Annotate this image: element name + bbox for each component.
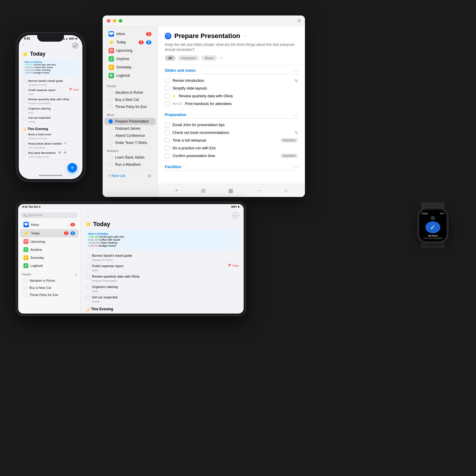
task-item[interactable]: Buy party decorations D E Throw Party fo… (22, 150, 79, 159)
task-row[interactable]: Revise introduction 📎 (165, 77, 298, 84)
task-sub: Run a Marathon (28, 146, 79, 149)
ipad-task[interactable]: Book a hotel room Vacation in Rome (85, 312, 239, 314)
fab-button[interactable]: + (68, 163, 77, 173)
task-checkbox[interactable] (22, 79, 26, 84)
task-item[interactable]: Borrow Sarah's travel guide Vacation in … (22, 78, 79, 87)
task-row[interactable]: Nov 13 Print handouts for attendees (165, 100, 298, 108)
filter-more[interactable]: ··· (219, 55, 223, 61)
task-checkbox[interactable] (85, 275, 90, 279)
more-icon[interactable]: ··· (85, 213, 89, 218)
sidebar-item-marathon[interactable]: Run a Marathon (104, 161, 156, 168)
sidebar-item-upcoming[interactable]: Upcoming (104, 46, 156, 55)
task-checkbox[interactable] (22, 116, 26, 120)
section-more[interactable]: ··· (294, 112, 298, 117)
maximize-button[interactable] (119, 19, 122, 23)
sidebar-item-logbook[interactable]: Logbook (104, 71, 156, 80)
more-button[interactable]: ··· (243, 33, 247, 39)
filter-all[interactable]: All (165, 55, 176, 61)
task-item[interactable]: Get car inspected Family (22, 115, 79, 124)
task-checkbox[interactable] (165, 154, 170, 158)
sidebar-item-conference[interactable]: Attend Conference (104, 132, 156, 139)
sidebar-item-party[interactable]: Throw Party for Eve (104, 103, 156, 110)
ipad-sidebar-newcar[interactable]: Buy a New Car (20, 284, 79, 291)
sidebar-item-someday[interactable]: Someday (104, 63, 156, 71)
task-checkbox[interactable] (165, 138, 170, 143)
back-button[interactable]: ‹ (23, 43, 24, 48)
family-section-header[interactable]: Family ∨ (18, 271, 80, 277)
new-list-button[interactable]: + New List ⚙ (104, 172, 156, 180)
task-checkbox[interactable] (165, 86, 170, 91)
task-item[interactable]: Finish expense report 🚩 today Work (22, 87, 79, 97)
task-item[interactable]: Book a hotel room Vacation in Rome (22, 132, 79, 141)
task-row[interactable]: Simplify slide layouts (165, 84, 298, 92)
ipad-sidebar-logbook[interactable]: Logbook (20, 262, 79, 270)
arrow-button[interactable]: → (256, 187, 262, 194)
task-checkbox[interactable] (22, 142, 26, 146)
task-row[interactable]: Do a practice run with Eric (165, 144, 298, 152)
ipad-sidebar-party[interactable]: Throw Party for Eve (20, 291, 79, 298)
copy-icon[interactable]: ⧉ (298, 18, 301, 23)
sidebar-item-italian[interactable]: Learn Basic Italian (104, 154, 156, 161)
sidebar-item-onboard[interactable]: Onboard James (104, 125, 156, 132)
cal-time: 7:00 AM (88, 235, 98, 238)
add-button[interactable]: + (175, 187, 178, 194)
sidebar-item-prepare[interactable]: Prepare Presentation (104, 118, 156, 125)
minimize-button[interactable] (113, 19, 116, 23)
task-checkbox[interactable] (85, 296, 90, 300)
ipad-sidebar-today[interactable]: ⭐ Today 1 8 (20, 229, 79, 237)
task-item[interactable]: Organize catering Work (22, 106, 79, 115)
task-checkbox[interactable] (165, 94, 170, 98)
logbook-icon (109, 73, 114, 78)
filter-diane[interactable]: Diane (201, 55, 217, 61)
task-checkbox[interactable] (85, 264, 90, 269)
ipad-task[interactable]: Borrow Sarah's travel guide Vacation in … (85, 253, 239, 263)
search-button[interactable]: ⌕ (284, 187, 288, 194)
ipad-task[interactable]: Organize catering Work (85, 284, 239, 294)
calendar-button[interactable]: ▦ (228, 187, 233, 194)
close-button[interactable] (107, 19, 110, 23)
add-checklist-button[interactable]: ⊞ (201, 187, 206, 194)
sidebar-item-anytime[interactable]: ☰ Anytime (104, 55, 156, 63)
task-checkbox[interactable] (165, 123, 170, 127)
sidebar-item-today[interactable]: ⭐ Today 1 8 (104, 38, 156, 46)
ipad-sidebar-vacation[interactable]: Vacation in Rome (20, 277, 79, 284)
task-checkbox[interactable] (22, 98, 26, 102)
section-more[interactable]: ··· (294, 68, 298, 73)
task-checkbox[interactable] (85, 254, 90, 259)
circle-check-button[interactable]: ✓ (232, 212, 239, 219)
task-row[interactable]: Email John for presentation tips (165, 121, 298, 129)
filter-important[interactable]: Important (178, 55, 199, 61)
sidebar-item-inbox[interactable]: Inbox 2 (104, 30, 156, 38)
task-checkbox[interactable] (165, 78, 170, 83)
search-placeholder: Quick Find (28, 214, 42, 217)
ipad-task[interactable]: Get car inspected Family (85, 294, 239, 305)
settings-icon[interactable]: ⚙ (148, 173, 151, 178)
watch-add-button[interactable]: + (430, 216, 435, 220)
circle-button[interactable]: ✓ (72, 43, 78, 48)
ipad-sidebar-someday[interactable]: Someday (20, 254, 79, 262)
task-row[interactable]: ★ Review quarterly data with Olivia (165, 92, 298, 100)
section-more[interactable]: ··· (294, 165, 298, 169)
ipad-sidebar-upcoming[interactable]: Upcoming (20, 238, 79, 245)
task-row[interactable]: Confirm presentation time Important (165, 152, 298, 160)
sidebar-item-tshirts[interactable]: Order Team T-Shirts (104, 139, 156, 146)
ipad-sidebar-inbox[interactable]: Inbox 2 (20, 220, 79, 229)
task-checkbox[interactable] (22, 133, 26, 137)
task-row[interactable]: Time a full rehearsal Important (165, 137, 298, 144)
task-item[interactable]: Read article about nutrition 📎 Run a Mar… (22, 141, 79, 150)
ipad-task[interactable]: Review quarterly data with Olivia Prepar… (85, 273, 239, 284)
sidebar-item-vacation[interactable]: Vacation in Rome (104, 89, 156, 96)
task-checkbox[interactable] (22, 151, 26, 156)
task-row[interactable]: Check out book recommendations 📎 (165, 129, 298, 137)
task-checkbox[interactable] (165, 130, 170, 135)
task-checkbox[interactable] (165, 101, 170, 106)
task-checkbox[interactable] (22, 89, 26, 93)
task-checkbox[interactable] (22, 107, 26, 111)
task-checkbox[interactable] (165, 146, 170, 151)
task-item[interactable]: Review quarterly data with Olivia Prepar… (22, 97, 79, 106)
ipad-sidebar-anytime[interactable]: ☰ Anytime (20, 246, 79, 253)
ipad-task[interactable]: Finish expense report 🚩 today Work (85, 263, 239, 273)
search-bar[interactable]: 🔍 Quick Find (21, 212, 78, 218)
task-checkbox[interactable] (85, 285, 90, 290)
sidebar-item-car[interactable]: Buy a New Car (104, 96, 156, 103)
